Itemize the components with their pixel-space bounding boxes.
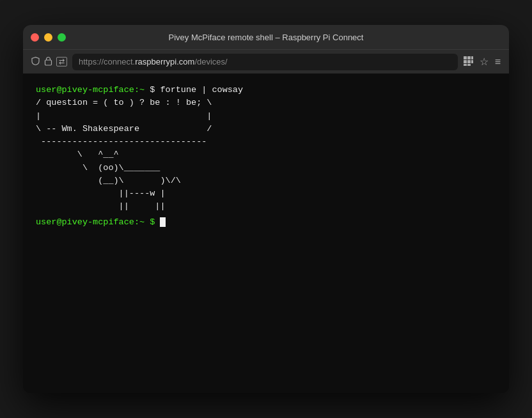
maximize-button[interactable] (58, 33, 66, 42)
cowsay-output: / question = ( to ) ? be : ! be; \ | | \… (36, 97, 496, 213)
svg-rect-8 (467, 64, 471, 66)
cursor (160, 217, 166, 227)
svg-rect-4 (464, 60, 467, 63)
prompt-2: user@pivey-mcpiface:~ (36, 217, 145, 227)
minimize-button[interactable] (44, 33, 52, 42)
command-1: $ fortune | cowsay (150, 85, 243, 95)
redirect-icon: ⇄ (56, 57, 67, 66)
window-title: Pivey McPiface remote shell – Raspberry … (169, 33, 364, 42)
lock-icon (44, 56, 52, 68)
traffic-lights (31, 33, 66, 42)
titlebar: Pivey McPiface remote shell – Raspberry … (23, 25, 509, 49)
prompt-separator-3 (155, 217, 160, 227)
svg-rect-1 (464, 56, 467, 59)
addressbar: ⇄ https://connect.raspberrypi.com/device… (23, 49, 509, 74)
svg-rect-7 (464, 64, 467, 66)
toolbar-right: ☆ ≡ (463, 56, 501, 68)
close-button[interactable] (31, 33, 39, 42)
url-domain: raspberrypi.com (135, 57, 194, 66)
url-prefix: https://connect. (79, 57, 135, 66)
terminal-line-1: user@pivey-mcpiface:~ $ fortune | cowsay (36, 84, 496, 97)
terminal-line-2: user@pivey-mcpiface:~ $ (36, 216, 496, 229)
svg-rect-2 (467, 56, 471, 59)
svg-rect-5 (467, 60, 471, 63)
svg-rect-6 (471, 60, 473, 63)
prompt-1: user@pivey-mcpiface:~ (36, 85, 145, 95)
menu-icon[interactable]: ≡ (495, 56, 501, 68)
shield-icon (31, 56, 40, 68)
bookmark-icon[interactable]: ☆ (480, 56, 489, 68)
apps-icon[interactable] (463, 56, 473, 68)
svg-rect-3 (471, 56, 473, 59)
url-bar[interactable]: https://connect.raspberrypi.com/devices/ (72, 54, 458, 70)
browser-window: Pivey McPiface remote shell – Raspberry … (23, 25, 509, 393)
url-suffix: /devices/ (194, 57, 227, 66)
svg-rect-0 (45, 60, 52, 65)
terminal-area[interactable]: user@pivey-mcpiface:~ $ fortune | cowsay… (23, 74, 509, 393)
security-icons: ⇄ (31, 56, 67, 68)
